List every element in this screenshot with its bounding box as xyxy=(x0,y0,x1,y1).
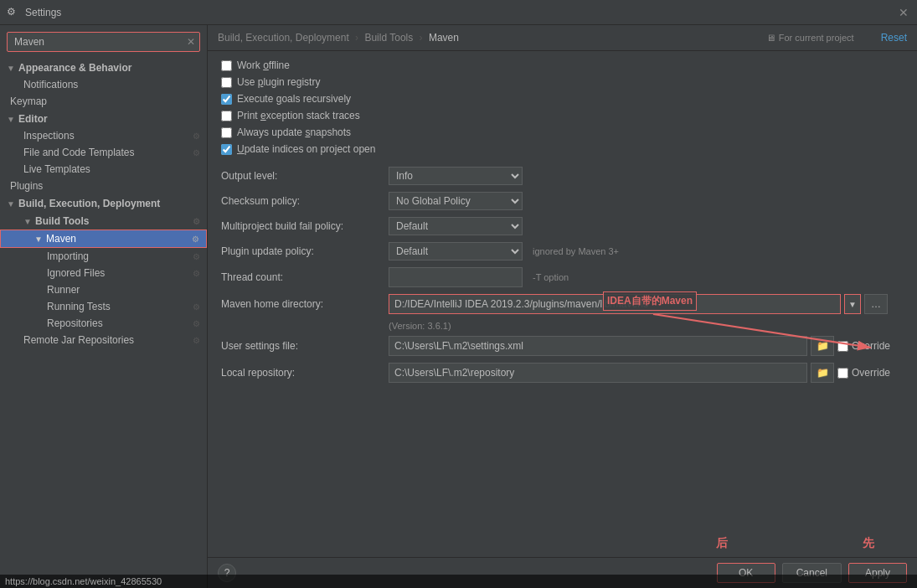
dialog: ✕ ▼ Appearance & Behavior Notifications … xyxy=(0,25,917,588)
arrow-icon: ▼ xyxy=(23,217,33,226)
use-plugin-checkbox[interactable] xyxy=(221,77,232,88)
work-offline-label: Work offline xyxy=(237,59,290,71)
user-settings-browse-button[interactable]: 📁 xyxy=(811,336,834,356)
sidebar-item-label: Build, Execution, Deployment xyxy=(18,198,160,209)
print-exception-checkbox[interactable] xyxy=(221,111,232,121)
checkbox-print-exception: Print exception stack traces xyxy=(221,110,904,121)
maven-home-label: Maven home directory: xyxy=(221,298,389,310)
sidebar-item-label: Editor xyxy=(18,113,48,125)
checkbox-always-update: Always update snapshots xyxy=(221,126,904,138)
plugin-update-value: Default Always Never ignored by Maven 3+ xyxy=(389,242,619,260)
sidebar-item-label: Inspections xyxy=(23,130,75,142)
multiproject-value: Default Always At end Never xyxy=(389,217,523,235)
sidebar-item-label: Ignored Files xyxy=(47,267,105,279)
multiproject-select[interactable]: Default Always At end Never xyxy=(389,217,523,235)
sidebar-item-label: Build Tools xyxy=(35,215,89,227)
url-bar: https://blog.csdn.net/weixin_42865530 xyxy=(0,575,917,588)
settings-icon: ⚙ xyxy=(193,252,200,261)
sidebar-item-inspections[interactable]: Inspections ⚙ xyxy=(0,127,207,144)
sidebar-item-repositories[interactable]: Repositories ⚙ xyxy=(0,315,207,332)
output-level-select[interactable]: Info Debug Quiet xyxy=(389,167,523,185)
sidebar-item-plugins[interactable]: Plugins xyxy=(0,178,207,194)
local-repo-override-label: Override xyxy=(852,367,890,379)
checksum-policy-select[interactable]: No Global Policy Fail Warn Ignore xyxy=(389,192,523,210)
local-repo-override: Override xyxy=(837,367,890,379)
breadcrumb-part3: Maven xyxy=(429,32,459,44)
local-repo-path-row: 📁 Override xyxy=(389,363,890,383)
search-input[interactable] xyxy=(7,32,200,52)
search-clear-icon[interactable]: ✕ xyxy=(187,36,195,48)
arrow-icon: ▼ xyxy=(7,64,17,73)
close-button[interactable]: ✕ xyxy=(897,6,910,19)
sidebar-item-runner[interactable]: Runner xyxy=(0,281,207,298)
work-offline-checkbox[interactable] xyxy=(221,60,232,71)
local-repo-label: Local repository: xyxy=(221,367,389,379)
monitor-icon: 🖥 xyxy=(766,33,775,43)
checkbox-update-indices: Update indices on project open xyxy=(221,143,904,155)
sidebar-item-label: Keymap xyxy=(10,95,47,107)
content-area: Build, Execution, Deployment › Build Too… xyxy=(208,25,917,588)
local-repo-override-checkbox[interactable] xyxy=(837,368,848,379)
plugin-update-select[interactable]: Default Always Never xyxy=(389,242,523,260)
breadcrumb-part1: Build, Execution, Deployment xyxy=(218,32,349,44)
sidebar-item-build-exec-deploy[interactable]: ▼ Build, Execution, Deployment xyxy=(0,194,207,212)
plugin-update-label: Plugin update policy: xyxy=(221,245,389,257)
settings-icon: ⚙ xyxy=(193,269,200,278)
sidebar-item-label: Plugins xyxy=(10,180,43,192)
user-settings-override-checkbox[interactable] xyxy=(837,341,848,352)
sidebar-item-maven[interactable]: ▼ Maven ⚙ xyxy=(0,230,207,248)
settings-icon: ⚙ xyxy=(193,148,200,157)
execute-goals-label: Execute goals recursively xyxy=(237,93,351,105)
multiproject-label: Multiproject build fail policy: xyxy=(221,220,389,232)
thread-count-input[interactable] xyxy=(389,267,523,287)
sidebar-item-remote-jar[interactable]: Remote Jar Repositories ⚙ xyxy=(0,332,207,348)
output-level-value: Info Debug Quiet xyxy=(389,167,523,185)
local-repo-browse-button[interactable]: 📁 xyxy=(811,363,834,383)
search-box: ✕ xyxy=(7,32,200,52)
sidebar-item-editor[interactable]: ▼ Editor xyxy=(0,110,207,127)
checkbox-use-plugin: Use plugin registry xyxy=(221,76,904,88)
reset-button[interactable]: Reset xyxy=(881,32,907,44)
user-settings-input[interactable] xyxy=(389,336,807,356)
for-current-label: For current project xyxy=(779,33,854,43)
sidebar-item-appearance[interactable]: ▼ Appearance & Behavior xyxy=(0,59,207,76)
checkbox-execute-goals: Execute goals recursively xyxy=(221,93,904,105)
print-exception-label: Print exception stack traces xyxy=(237,110,360,121)
sidebar-item-file-code-templates[interactable]: File and Code Templates ⚙ xyxy=(0,144,207,161)
checksum-policy-label: Checksum policy: xyxy=(221,195,389,207)
always-update-label: Always update snapshots xyxy=(237,126,351,138)
sidebar-item-build-tools[interactable]: ▼ Build Tools ⚙ xyxy=(0,212,207,230)
window-title: Settings xyxy=(25,7,897,18)
execute-goals-checkbox[interactable] xyxy=(221,94,232,105)
sidebar-item-importing[interactable]: Importing ⚙ xyxy=(0,248,207,265)
arrow-icon: ▼ xyxy=(34,235,44,244)
sidebar-item-label: Maven xyxy=(46,233,76,245)
local-repo-row: Local repository: 📁 Override xyxy=(221,363,904,383)
sidebar-item-notifications[interactable]: Notifications xyxy=(0,76,207,93)
sidebar-item-label: Remote Jar Repositories xyxy=(23,334,134,346)
maven-home-dropdown-button[interactable]: ▼ xyxy=(844,294,861,314)
dialog-body: ✕ ▼ Appearance & Behavior Notifications … xyxy=(0,25,917,588)
content-header: Build, Execution, Deployment › Build Too… xyxy=(208,25,917,51)
settings-icon: ⚙ xyxy=(7,6,20,19)
output-level-label: Output level: xyxy=(221,170,389,182)
local-repo-input[interactable] xyxy=(389,363,807,383)
sidebar-item-running-tests[interactable]: Running Tests ⚙ xyxy=(0,298,207,315)
sidebar-item-keymap[interactable]: Keymap xyxy=(0,93,207,110)
thread-count-label: Thread count: xyxy=(221,271,389,283)
maven-home-input[interactable] xyxy=(389,294,841,314)
user-settings-path-row: 📁 Override xyxy=(389,336,890,356)
breadcrumb: Build, Execution, Deployment › Build Too… xyxy=(218,32,459,44)
settings-icon: ⚙ xyxy=(193,217,200,226)
sidebar-item-live-templates[interactable]: Live Templates xyxy=(0,161,207,178)
sidebar-item-label: File and Code Templates xyxy=(23,147,135,158)
arrow-icon: ▼ xyxy=(7,115,17,124)
update-indices-checkbox[interactable] xyxy=(221,144,232,155)
checksum-policy-row: Checksum policy: No Global Policy Fail W… xyxy=(221,192,904,210)
always-update-checkbox[interactable] xyxy=(221,127,232,138)
sidebar-item-label: Repositories xyxy=(47,317,103,329)
thread-count-row: Thread count: -T option xyxy=(221,267,904,287)
maven-home-browse-button[interactable]: … xyxy=(864,294,888,314)
sidebar-item-ignored-files[interactable]: Ignored Files ⚙ xyxy=(0,265,207,281)
arrow-icon: ▼ xyxy=(7,199,17,209)
